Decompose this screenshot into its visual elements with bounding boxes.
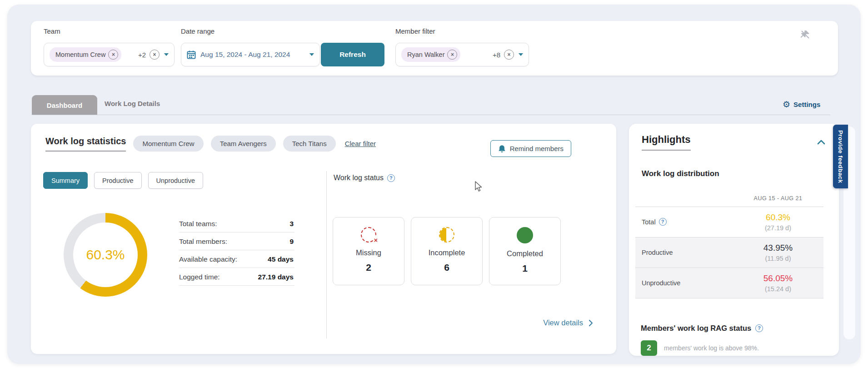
row-label-text: Total <box>642 218 656 226</box>
work-log-statistics-card: Work log statistics Momentum Crew Team A… <box>31 124 616 354</box>
distribution-percent: 43.95% <box>733 242 823 254</box>
distribution-header-row: AUG 15 - AUG 21 <box>635 190 823 207</box>
status-card-label: Completed <box>507 249 543 258</box>
section-title: Work log statistics <box>45 136 126 152</box>
unpin-filter-icon[interactable] <box>799 28 813 42</box>
provide-feedback-label: Provide feedback <box>837 130 844 183</box>
status-card-count: 6 <box>444 262 449 273</box>
distribution-row-unproductive: Unproductive 56.05% (15.24 d) <box>635 268 823 298</box>
distribution-percent: 56.05% <box>733 273 823 284</box>
vertical-divider <box>326 171 327 339</box>
team-chip-label: Momentum Crew <box>55 51 105 58</box>
refresh-button[interactable]: Refresh <box>321 43 384 66</box>
distribution-row-productive: Productive 43.95% (11.95 d) <box>635 238 823 268</box>
clear-team-filter-icon[interactable]: × <box>150 50 160 60</box>
view-tab-summary[interactable]: Summary <box>43 172 88 189</box>
team-filter-label: Team <box>44 27 60 35</box>
status-card-completed[interactable]: Completed 1 <box>489 217 561 285</box>
distribution-days: (11.95 d) <box>733 254 823 263</box>
worklog-donut: 60.3% <box>64 213 147 297</box>
date-range-label: Date range <box>181 27 215 35</box>
incomplete-icon <box>439 227 454 243</box>
view-tab-group: Summary Productive Unproductive <box>43 172 203 189</box>
view-tab-productive[interactable]: Productive <box>94 172 142 189</box>
distribution-days: (15.24 d) <box>733 284 823 293</box>
distribution-row-total: Total ? 60.3% (27.19 d) <box>635 207 823 238</box>
help-icon[interactable]: ? <box>659 218 667 226</box>
team-filter-select[interactable]: Momentum Crew × +2 × <box>44 43 175 66</box>
period-column-header: AUG 15 - AUG 21 <box>733 195 823 202</box>
chevron-down-icon[interactable] <box>164 53 169 56</box>
bell-icon <box>498 145 506 153</box>
summary-stats-list: Total teams: 3 Total members: 9 Availabl… <box>179 215 294 286</box>
stat-value: 9 <box>289 238 294 246</box>
stat-row-total-teams: Total teams: 3 <box>179 215 294 233</box>
rag-status-row: 2 members' work log is above 98%. <box>641 340 759 356</box>
help-icon[interactable]: ? <box>755 324 763 332</box>
stat-value: 45 days <box>268 255 294 263</box>
distribution-days: (27.19 d) <box>733 223 823 233</box>
chevron-right-icon <box>589 319 593 327</box>
rag-status-title: Members' work log RAG status ? <box>641 324 763 333</box>
stat-value: 27.19 days <box>258 273 294 281</box>
clear-filter-link[interactable]: Clear filter <box>345 140 376 147</box>
settings-label: Settings <box>793 101 820 108</box>
tab-work-log-details[interactable]: Work Log Details <box>105 100 160 107</box>
member-chip-label: Ryan Walker <box>407 51 444 58</box>
stat-row-available-capacity: Available capacity: 45 days <box>179 250 294 268</box>
status-card-label: Incomplete <box>429 248 465 257</box>
gear-icon: ⚙ <box>783 100 790 109</box>
rag-green-badge: 2 <box>641 340 657 356</box>
chevron-down-icon[interactable] <box>309 53 314 56</box>
member-filter-label: Member filter <box>395 27 435 35</box>
view-details-link[interactable]: View details <box>543 318 593 327</box>
highlights-panel: Highlights Work log distribution AUG 15 … <box>629 124 839 356</box>
provide-feedback-tab[interactable]: Provide feedback <box>833 125 848 188</box>
tab-dashboard[interactable]: Dashboard <box>32 95 97 115</box>
stat-row-total-members: Total members: 9 <box>179 233 294 250</box>
status-card-label: Missing <box>356 248 381 257</box>
stat-label: Total members: <box>179 238 227 246</box>
team-pill: Momentum Crew <box>133 136 203 152</box>
member-chip: Ryan Walker × <box>401 47 460 62</box>
distribution-row-label: Unproductive <box>642 279 680 287</box>
rag-caption: members' work log is above 98%. <box>664 344 759 352</box>
status-card-count: 2 <box>366 262 371 273</box>
remind-members-button[interactable]: Remind members <box>490 140 571 157</box>
distribution-row-label: Total ? <box>642 218 667 226</box>
chevron-down-icon[interactable] <box>519 53 523 56</box>
status-card-missing[interactable]: × Missing 2 <box>333 217 404 285</box>
stat-label: Total teams: <box>179 220 217 228</box>
settings-button[interactable]: ⚙ Settings <box>783 100 820 109</box>
missing-icon: × <box>361 227 376 243</box>
work-log-status-label: Work log status <box>334 174 384 182</box>
view-tab-unproductive[interactable]: Unproductive <box>148 172 203 189</box>
help-icon[interactable]: ? <box>387 174 395 182</box>
team-pill: Team Avengers <box>211 136 276 152</box>
distribution-percent: 60.3% <box>733 212 823 223</box>
status-card-incomplete[interactable]: Incomplete 6 <box>411 217 483 285</box>
remove-member-chip-icon[interactable]: × <box>447 50 457 60</box>
stat-label: Logged time: <box>179 273 220 281</box>
status-card-group: × Missing 2 Incomplete 6 Completed 1 <box>333 217 561 285</box>
filter-bar: Team Momentum Crew × +2 × Date range Aug… <box>31 21 838 76</box>
stat-label: Available capacity: <box>179 255 237 263</box>
rag-title-text: Members' work log RAG status <box>641 324 751 333</box>
calendar-icon <box>187 50 196 59</box>
date-range-select[interactable]: Aug 15, 2024 - Aug 21, 2024 <box>181 43 320 66</box>
stat-value: 3 <box>289 220 294 228</box>
remind-members-label: Remind members <box>510 145 564 152</box>
distribution-row-label: Productive <box>642 249 673 256</box>
member-filter-select[interactable]: Ryan Walker × +8 × <box>395 43 529 66</box>
collapse-panel-icon[interactable] <box>817 138 825 147</box>
highlights-title: Highlights <box>642 134 691 151</box>
remove-team-chip-icon[interactable]: × <box>108 50 118 60</box>
stat-row-logged-time: Logged time: 27.19 days <box>179 268 294 286</box>
team-pill: Tech Titans <box>283 136 336 152</box>
work-log-status-title: Work log status ? <box>334 174 395 182</box>
completed-icon <box>517 227 533 243</box>
distribution-table: AUG 15 - AUG 21 Total ? 60.3% (27.19 d) … <box>635 190 823 298</box>
donut-percent-label: 60.3% <box>86 247 125 263</box>
view-details-label: View details <box>543 318 583 327</box>
clear-member-filter-icon[interactable]: × <box>504 50 514 60</box>
